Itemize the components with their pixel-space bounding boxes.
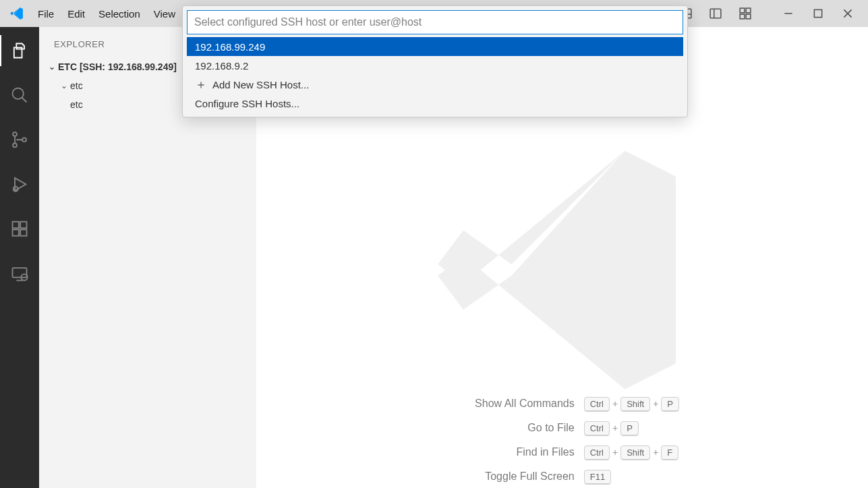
quickpick-item-label: 192.168.99.249 xyxy=(195,41,265,53)
svg-rect-19 xyxy=(20,222,26,228)
minimize-button[interactable] xyxy=(774,0,803,27)
key: Ctrl xyxy=(584,445,610,460)
activity-source-control[interactable] xyxy=(0,124,39,155)
svg-point-16 xyxy=(22,138,26,142)
menu-selection[interactable]: Selection xyxy=(92,4,147,24)
key: F11 xyxy=(584,470,611,484)
key: Ctrl xyxy=(584,397,610,411)
shortcut-label: Toggle Full Screen xyxy=(475,470,577,483)
layout-customize-icon[interactable] xyxy=(730,0,760,27)
activitybar xyxy=(0,27,39,488)
svg-rect-7 xyxy=(746,14,751,19)
activity-run-debug[interactable] xyxy=(0,169,39,200)
shortcut-label: Show All Commands xyxy=(475,398,577,410)
svg-rect-22 xyxy=(13,268,27,277)
quickpick-input[interactable] xyxy=(187,10,683,34)
activity-remote-explorer[interactable] xyxy=(0,258,39,289)
tree-root-label: ETC [SSH: 192.168.99.249] xyxy=(58,61,177,72)
quickpick-ssh: 192.168.99.249 192.168.9.2 ＋ Add New SSH… xyxy=(182,5,688,117)
plus-icon: ＋ xyxy=(195,76,207,92)
svg-rect-20 xyxy=(13,229,19,236)
svg-rect-18 xyxy=(13,222,19,228)
svg-point-12 xyxy=(13,88,24,99)
menu-view[interactable]: View xyxy=(147,4,182,24)
quickpick-list: 192.168.99.249 192.168.9.2 ＋ Add New SSH… xyxy=(187,37,683,113)
key: P xyxy=(661,397,679,411)
svg-rect-5 xyxy=(746,8,751,13)
quickpick-item[interactable]: 192.168.99.249 xyxy=(187,37,683,56)
quickpick-item[interactable]: 192.168.9.2 xyxy=(187,56,683,75)
vscode-watermark-icon xyxy=(421,128,704,412)
menu-edit[interactable]: Edit xyxy=(61,4,92,24)
maximize-button[interactable] xyxy=(803,0,833,27)
key: F xyxy=(661,445,678,460)
svg-rect-6 xyxy=(740,14,745,19)
quickpick-item-label: Add New SSH Host... xyxy=(212,79,309,90)
toggle-sidebar-icon[interactable] xyxy=(701,0,730,27)
quickpick-item-configure[interactable]: Configure SSH Hosts... xyxy=(187,94,683,113)
svg-rect-4 xyxy=(740,8,745,13)
activity-explorer[interactable] xyxy=(0,35,39,66)
tree-item-label: etc xyxy=(70,99,83,110)
svg-point-14 xyxy=(13,132,17,136)
shortcut-row: Find in Files Ctrl+Shift+F xyxy=(475,446,679,458)
welcome-shortcuts: Show All Commands Ctrl+Shift+P Go to Fil… xyxy=(468,385,686,488)
shortcut-label: Find in Files xyxy=(475,446,577,458)
svg-rect-9 xyxy=(814,9,821,17)
shortcut-row: Go to File Ctrl+P xyxy=(475,422,679,434)
chevron-down-icon: ⌄ xyxy=(46,62,58,72)
shortcut-row: Toggle Full Screen F11 xyxy=(475,470,679,483)
vscode-logo-icon xyxy=(9,6,24,21)
close-button[interactable] xyxy=(833,0,863,27)
shortcut-row: Show All Commands Ctrl+Shift+P xyxy=(475,398,679,410)
quickpick-item-label: Configure SSH Hosts... xyxy=(195,98,299,109)
svg-point-15 xyxy=(13,143,17,147)
key: Ctrl xyxy=(584,421,610,435)
svg-line-13 xyxy=(22,98,27,103)
svg-rect-21 xyxy=(20,229,26,236)
quickpick-item-add[interactable]: ＋ Add New SSH Host... xyxy=(187,75,683,94)
chevron-down-icon: ⌄ xyxy=(58,81,70,90)
activity-extensions[interactable] xyxy=(0,213,39,244)
quickpick-item-label: 192.168.9.2 xyxy=(195,60,248,72)
activity-search[interactable] xyxy=(0,80,39,111)
key: Shift xyxy=(620,397,650,411)
shortcut-label: Go to File xyxy=(475,422,577,434)
key: Shift xyxy=(620,445,650,460)
svg-rect-2 xyxy=(710,9,721,18)
tree-folder-label: etc xyxy=(70,80,83,91)
key: P xyxy=(620,421,639,435)
menu-file[interactable]: File xyxy=(31,4,61,24)
